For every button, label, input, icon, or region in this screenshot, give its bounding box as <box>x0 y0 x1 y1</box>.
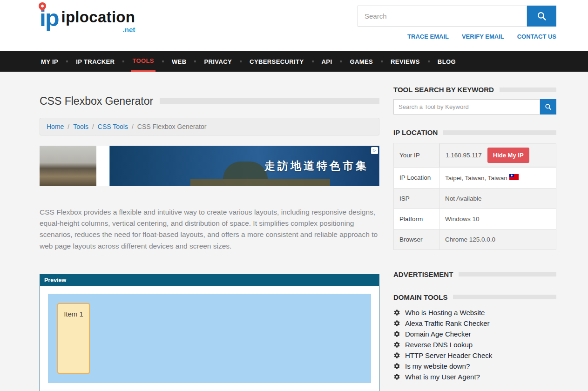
domain-tool-link[interactable]: Domain Age Checker <box>393 329 556 339</box>
hide-my-ip-button[interactable]: Hide My IP <box>487 148 529 163</box>
domain-tools-heading: DOMAIN TOOLS <box>393 293 556 301</box>
domain-tool-label: Who is Hosting a Website <box>405 308 485 318</box>
domain-tool-link[interactable]: Who is Hosting a Website <box>393 308 556 318</box>
site-search-button[interactable] <box>527 6 556 27</box>
logo-wordmark: iplocation <box>61 9 135 25</box>
sidebar: TOOL SEARCH BY KEYWORD IP LOCATION Your … <box>393 86 556 391</box>
tool-search <box>393 99 556 115</box>
row-label: Platform <box>394 209 439 229</box>
row-label: ISP <box>394 188 439 209</box>
table-row: ISP Not Available <box>394 188 556 209</box>
page-title: CSS Flexbox Generator <box>40 95 379 108</box>
site-header: ip iplocation .net TRACE EMAIL VERIFY EM… <box>0 0 588 51</box>
table-row: IP Location Taipei, Taiwan, Taiwan <box>394 167 556 188</box>
nav-item-games[interactable]: GAMES <box>348 51 374 72</box>
tool-search-button[interactable] <box>540 99 556 115</box>
domain-tool-link[interactable]: Reverse DNS Lookup <box>393 340 556 350</box>
domain-tool-label: Is my website down? <box>405 361 470 371</box>
trace-email-link[interactable]: TRACE EMAIL <box>407 33 449 40</box>
domain-tool-label: Alexa Traffic Rank Checker <box>405 318 489 329</box>
logo-mark: ip <box>40 7 58 30</box>
site-logo[interactable]: ip iplocation .net <box>40 7 135 40</box>
nav-item-web[interactable]: WEB <box>170 51 188 72</box>
domain-tools-heading-text: DOMAIN TOOLS <box>393 293 447 301</box>
advertisement-heading-text: ADVERTISEMENT <box>393 270 453 278</box>
nav-item-blog[interactable]: BLOG <box>436 51 457 72</box>
tool-search-heading: TOOL SEARCH BY KEYWORD <box>393 86 556 94</box>
breadcrumb-current: CSS Flexbox Generator <box>137 123 207 130</box>
nav-separator-icon <box>240 61 242 62</box>
nav-item-tools[interactable]: TOOLS <box>131 51 155 72</box>
heading-decorative-bar <box>500 88 556 92</box>
your-ip-value: 1.160.95.117 <box>446 152 482 159</box>
main-content: CSS Flexbox Generator Home / Tools / CSS… <box>40 86 379 391</box>
main-nav: MY IP IP TRACKER TOOLS WEB PRIVACY CYBER… <box>0 51 588 72</box>
row-value: 1.160.95.117 Hide My IP <box>439 143 556 167</box>
preview-panel-body: Item 1 <box>40 286 379 391</box>
row-value: Taipei, Taiwan, Taiwan <box>439 167 556 188</box>
row-value: Not Available <box>439 188 556 209</box>
nav-separator-icon <box>66 61 68 62</box>
row-value: Chrome 125.0.0.0 <box>439 229 556 249</box>
domain-tool-label: Domain Age Checker <box>405 329 471 339</box>
flexbox-preview-item-1: Item 1 <box>57 303 90 374</box>
table-row: Your IP 1.160.95.117 Hide My IP <box>394 143 556 168</box>
nav-item-cybersecurity[interactable]: CYBERSECURITY <box>248 51 305 72</box>
ad-photo <box>40 146 96 186</box>
gear-icon <box>393 341 400 348</box>
gear-icon <box>393 320 400 327</box>
domain-tool-link[interactable]: HTTP Server Header Check <box>393 351 556 361</box>
breadcrumb-link-css-tools[interactable]: CSS Tools <box>98 123 128 130</box>
row-label: Browser <box>394 229 439 249</box>
ad-building-silhouette <box>190 179 330 186</box>
row-label: Your IP <box>394 143 439 168</box>
heading-decorative-bar <box>443 130 556 135</box>
ad-creative: 走訪地道特色市集 ▷ <box>109 146 379 186</box>
site-search-input[interactable] <box>358 6 527 27</box>
heading-decorative-bar <box>459 272 556 276</box>
breadcrumb-link-home[interactable]: Home <box>47 123 64 130</box>
adchoices-icon[interactable]: ▷ <box>371 147 378 154</box>
domain-tool-label: HTTP Server Header Check <box>405 351 492 361</box>
domain-tool-label: What is my User Agent? <box>405 372 480 382</box>
breadcrumb-link-tools[interactable]: Tools <box>73 123 88 130</box>
domain-tool-link[interactable]: Is my website down? <box>393 361 556 371</box>
row-label: IP Location <box>394 167 439 188</box>
tool-search-input[interactable] <box>393 99 540 115</box>
nav-item-reviews[interactable]: REVIEWS <box>389 51 421 72</box>
nav-separator-icon <box>428 61 430 62</box>
row-value: Windows 10 <box>439 209 556 229</box>
taiwan-flag-icon <box>509 174 519 180</box>
contact-us-link[interactable]: CONTACT US <box>517 33 556 40</box>
tool-description: CSS Flexbox provides a flexible and intu… <box>40 207 379 252</box>
breadcrumb-separator: / <box>92 123 94 130</box>
logo-tld: .net <box>123 26 135 34</box>
domain-tool-link[interactable]: Alexa Traffic Rank Checker <box>393 318 556 329</box>
header-links: TRACE EMAIL VERIFY EMAIL CONTACT US <box>358 33 556 40</box>
gear-icon <box>393 330 400 337</box>
nav-item-my-ip[interactable]: MY IP <box>40 51 60 72</box>
nav-item-ip-tracker[interactable]: IP TRACKER <box>74 51 116 72</box>
nav-separator-icon <box>194 61 196 62</box>
ip-location-heading: IP LOCATION <box>393 128 556 136</box>
advertisement-heading: ADVERTISEMENT <box>393 270 556 278</box>
ad-banner[interactable]: 走訪地道特色市集 ▷ <box>40 146 379 186</box>
nav-item-api[interactable]: API <box>320 51 334 72</box>
domain-tool-label: Reverse DNS Lookup <box>405 340 473 350</box>
heading-decorative-bar <box>453 295 556 299</box>
nav-item-privacy[interactable]: PRIVACY <box>203 51 233 72</box>
domain-tool-link[interactable]: What is my User Agent? <box>393 372 556 382</box>
ad-dome-silhouette <box>223 162 268 179</box>
ip-location-heading-text: IP LOCATION <box>393 128 438 136</box>
preview-panel: Preview Item 1 <box>40 274 379 391</box>
page-title-text: CSS Flexbox Generator <box>40 95 153 108</box>
search-icon <box>545 103 552 110</box>
preview-panel-header: Preview <box>40 275 379 286</box>
gear-icon <box>393 373 400 380</box>
verify-email-link[interactable]: VERIFY EMAIL <box>462 33 504 40</box>
ad-headline: 走訪地道特色市集 <box>264 159 369 173</box>
tool-search-heading-text: TOOL SEARCH BY KEYWORD <box>393 86 494 94</box>
flexbox-preview-container: Item 1 <box>48 294 371 383</box>
breadcrumb-separator: / <box>132 123 134 130</box>
nav-separator-icon <box>122 61 124 62</box>
